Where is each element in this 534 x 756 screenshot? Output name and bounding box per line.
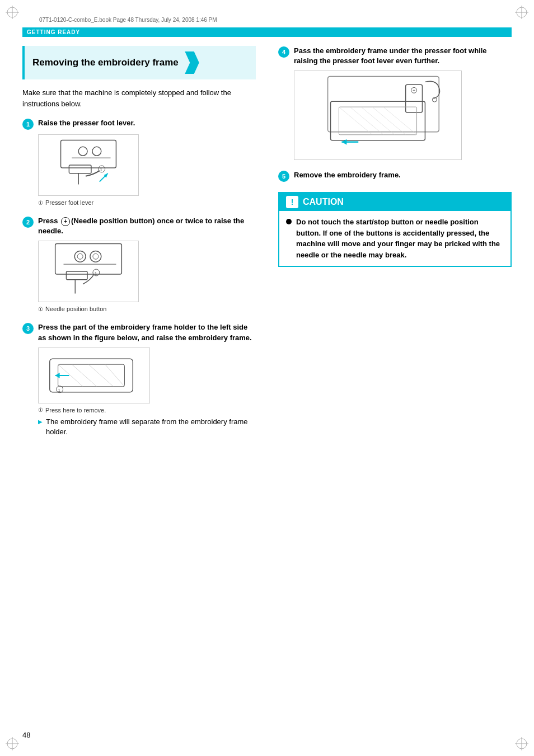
- step-4-header: 4 Pass the embroidery frame under the pr…: [278, 46, 512, 66]
- title-box: Removing the embroidery frame: [22, 46, 256, 79]
- svg-rect-23: [55, 244, 122, 274]
- step-5-text: Remove the embroidery frame.: [294, 170, 512, 180]
- step-2-text: Press +(Needle position button) once or …: [38, 216, 256, 236]
- two-column-layout: Removing the embroidery frame Make sure …: [22, 46, 512, 447]
- svg-rect-44: [406, 85, 423, 113]
- step-3-text: Press the part of the embroidery frame h…: [38, 322, 256, 342]
- step-3: 3 Press the part of the embroidery frame…: [22, 322, 256, 437]
- col-right: 4 Pass the embroidery frame under the pr…: [278, 46, 512, 447]
- svg-marker-42: [55, 373, 60, 378]
- step-3-header: 3 Press the part of the embroidery frame…: [22, 322, 256, 342]
- step-2-circle: 2: [22, 217, 34, 228]
- intro-text: Make sure that the machine is completely…: [22, 87, 256, 109]
- svg-point-26: [90, 251, 101, 262]
- svg-line-51: [361, 107, 395, 135]
- svg-line-37: [88, 364, 114, 387]
- step-5-circle: 5: [278, 171, 289, 182]
- caution-body: Do not touch the start/stop button or ne…: [279, 211, 510, 266]
- file-info: 07T1-0120-C-combo_E.book Page 48 Thursda…: [39, 17, 512, 23]
- svg-text:1: 1: [100, 167, 103, 172]
- step-2: 2 Press +(Needle position button) once o…: [22, 216, 256, 312]
- caution-text: Do not touch the start/stop button or ne…: [296, 217, 504, 260]
- caution-label: CAUTION: [303, 197, 344, 207]
- svg-text:1: 1: [95, 271, 97, 276]
- step-1-header: 1 Raise the presser foot lever.: [22, 118, 256, 130]
- svg-point-14: [78, 147, 87, 156]
- step-4-circle: 4: [278, 46, 289, 58]
- caution-bullet-dot: [286, 219, 292, 224]
- page-title: Removing the embroidery frame: [32, 57, 179, 69]
- section-header: GETTING READY: [22, 27, 512, 37]
- col-left: Removing the embroidery frame Make sure …: [22, 46, 256, 447]
- caution-box: ! CAUTION Do not touch the start/stop bu…: [278, 192, 512, 267]
- svg-text:1: 1: [58, 387, 60, 392]
- step-4-text: Pass the embroidery frame under the pres…: [294, 46, 512, 66]
- step-1: 1 Raise the presser foot lever.: [22, 118, 256, 206]
- svg-point-27: [93, 254, 99, 260]
- svg-point-24: [74, 251, 86, 262]
- step-1-caption: ① Presser foot lever: [38, 199, 256, 206]
- step-3-arrow-text: The embroidery frame will separate from …: [38, 417, 256, 437]
- step-1-circle: 1: [22, 119, 34, 130]
- step-3-circle: 3: [22, 323, 34, 334]
- svg-marker-12: [185, 51, 199, 74]
- svg-point-25: [77, 254, 83, 260]
- svg-rect-13: [61, 140, 116, 168]
- svg-line-52: [372, 107, 406, 135]
- step-5-header: 5 Remove the embroidery frame.: [278, 170, 512, 182]
- step-2-illustration: 1: [38, 241, 139, 302]
- corner-mark-br: [515, 737, 528, 750]
- caution-icon: !: [286, 196, 298, 208]
- step-1-illustration: 1: [38, 134, 139, 196]
- corner-mark-tr: [515, 6, 528, 19]
- step-2-caption: ① Needle position button: [38, 306, 256, 312]
- corner-mark-bl: [6, 737, 19, 750]
- svg-point-15: [92, 147, 101, 156]
- title-arrow-icon: [184, 51, 200, 74]
- step-3-sub-caption: ① Press here to remove.: [38, 407, 256, 414]
- corner-mark-tl: [6, 6, 19, 19]
- step-4-illustration: [294, 71, 462, 160]
- step-5: 5 Remove the embroidery frame.: [278, 170, 512, 182]
- step-4: 4 Pass the embroidery frame under the pr…: [278, 46, 512, 160]
- svg-rect-29: [66, 271, 87, 280]
- svg-line-50: [350, 107, 383, 135]
- caution-header: ! CAUTION: [279, 193, 510, 211]
- svg-rect-17: [69, 165, 91, 173]
- step-3-illustration: 1: [38, 348, 150, 403]
- svg-line-53: [383, 107, 417, 135]
- step-1-text: Raise the presser foot lever.: [38, 118, 256, 128]
- page-number: 48: [22, 731, 30, 739]
- svg-line-36: [72, 364, 97, 387]
- svg-line-49: [339, 107, 372, 135]
- step-2-header: 2 Press +(Needle position button) once o…: [22, 216, 256, 236]
- svg-line-38: [105, 364, 125, 387]
